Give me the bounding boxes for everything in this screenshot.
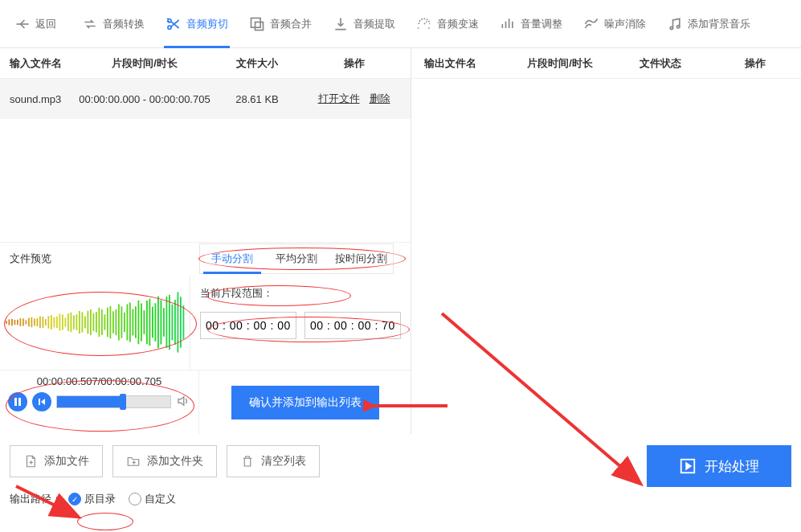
tab-volume-adjust[interactable]: 音量调整 [492,0,570,48]
svg-rect-25 [59,314,61,331]
back-button[interactable]: 返回 [6,0,69,48]
svg-rect-55 [144,310,145,334]
open-file-link[interactable]: 打开文件 [318,92,360,106]
svg-rect-56 [146,301,148,344]
svg-rect-53 [138,301,140,345]
svg-rect-63 [166,297,168,348]
start-process-button[interactable]: 开始处理 [647,445,791,487]
svg-rect-6 [6,321,7,324]
svg-rect-70 [14,398,17,406]
back-label: 返回 [35,17,56,31]
svg-rect-54 [141,303,142,341]
tab-avg-split[interactable]: 平均分割 [264,244,329,273]
tab-manual-split[interactable]: 手动分割 [200,244,264,273]
svg-rect-18 [39,317,41,329]
time-end-input[interactable] [304,312,401,339]
progress-fill [57,396,123,407]
svg-rect-28 [67,313,69,331]
svg-rect-68 [180,297,182,347]
confirm-add-button[interactable]: 确认并添加到输出列表 [231,386,379,419]
svg-rect-24 [56,317,58,328]
svg-rect-51 [133,309,134,336]
play-button[interactable] [8,392,27,411]
svg-rect-71 [18,398,21,406]
play-box-icon [679,457,697,475]
svg-rect-40 [101,309,103,335]
nav-label: 音频转换 [103,17,145,31]
noise-icon [583,16,599,32]
header-size: 文件大小 [217,56,297,71]
extract-icon [333,16,349,32]
player-time: 00:00:00.507/00:00:00.705 [8,375,190,387]
tab-bgm[interactable]: 添加背景音乐 [659,0,758,48]
svg-rect-22 [51,315,52,329]
svg-rect-17 [37,318,39,326]
svg-rect-34 [84,317,86,329]
header-duration: 片段时间/时长 [72,56,217,71]
music-icon [667,16,683,32]
folder-plus-icon [126,454,141,469]
file-name: sound.mp3 [0,93,72,105]
svg-rect-3 [255,22,264,30]
file-plus-icon [23,454,38,469]
preview-section: 文件预览 手动分割 平均分割 按时间分割 当前片 [0,242,411,434]
arrow-left-icon [14,16,31,32]
time-start-input[interactable] [200,312,296,339]
tab-audio-merge[interactable]: 音频合并 [241,0,320,48]
nav-label: 音频合并 [270,17,312,31]
stop-button[interactable] [32,392,51,411]
radio-unchecked-icon [129,493,141,505]
svg-rect-23 [54,317,55,328]
split-tabs: 手动分割 平均分割 按时间分割 [199,243,394,274]
header-out-duration: 片段时间/时长 [508,56,612,71]
svg-rect-46 [118,304,120,340]
tab-noise-remove[interactable]: 噪声消除 [575,0,654,48]
svg-rect-15 [31,317,33,327]
tab-audio-cut[interactable]: 音频剪切 [157,0,236,48]
svg-rect-21 [48,316,50,329]
svg-rect-10 [17,320,18,325]
svg-rect-30 [73,315,75,329]
main-area: 输入文件名 片段时间/时长 文件大小 操作 sound.mp3 00:00:00… [0,48,801,434]
svg-rect-72 [39,399,40,405]
add-file-button[interactable]: 添加文件 [10,445,103,477]
volume-icon [500,16,516,32]
radio-original-dir[interactable]: 原目录 [68,492,116,506]
add-folder-button[interactable]: 添加文件夹 [112,445,217,477]
tab-audio-extract[interactable]: 音频提取 [325,0,403,48]
radio-custom-label: 自定义 [145,492,176,506]
svg-rect-8 [11,319,13,325]
tab-audio-speed[interactable]: 音频变速 [408,0,487,48]
nav-label: 音频提取 [354,17,395,31]
svg-rect-39 [99,308,100,337]
file-row[interactable]: sound.mp3 00:00:00.000 - 00:00:00.705 28… [0,79,411,119]
file-size: 28.61 KB [217,93,297,105]
header-out-action: 操作 [709,56,801,71]
output-path: 输出路径： 原目录 自定义 [10,492,791,506]
svg-rect-65 [172,305,174,341]
output-table-header: 输出文件名 片段时间/时长 文件状态 操作 [411,48,801,79]
pause-icon [13,397,22,407]
delete-file-link[interactable]: 删除 [370,92,390,106]
nav-label: 音量调整 [521,17,562,31]
prev-icon [37,397,47,407]
nav-label: 音频剪切 [186,17,228,31]
player-controls: 00:00:00.507/00:00:00.705 [0,370,199,434]
progress-bar[interactable] [56,395,171,408]
radio-custom-dir[interactable]: 自定义 [129,492,176,506]
tab-audio-convert[interactable]: 音频转换 [74,0,153,48]
clear-list-button[interactable]: 清空列表 [227,445,320,477]
svg-rect-38 [96,312,97,333]
waveform-preview[interactable] [0,275,190,370]
bottom-bar: 添加文件 添加文件夹 清空列表 输出路径： 原目录 自定义 开始处理 [0,434,801,506]
header-action: 操作 [297,56,411,71]
progress-thumb[interactable] [120,394,126,410]
tab-time-split[interactable]: 按时间分割 [329,244,393,273]
svg-point-4 [670,27,672,29]
start-label: 开始处理 [705,457,759,476]
volume-icon[interactable] [176,394,190,411]
header-filename: 输入文件名 [0,56,72,71]
svg-rect-49 [127,305,129,341]
top-nav: 返回 音频转换 音频剪切 音频合并 音频提取 音频变速 音量调整 [0,0,801,48]
svg-rect-57 [149,299,151,346]
